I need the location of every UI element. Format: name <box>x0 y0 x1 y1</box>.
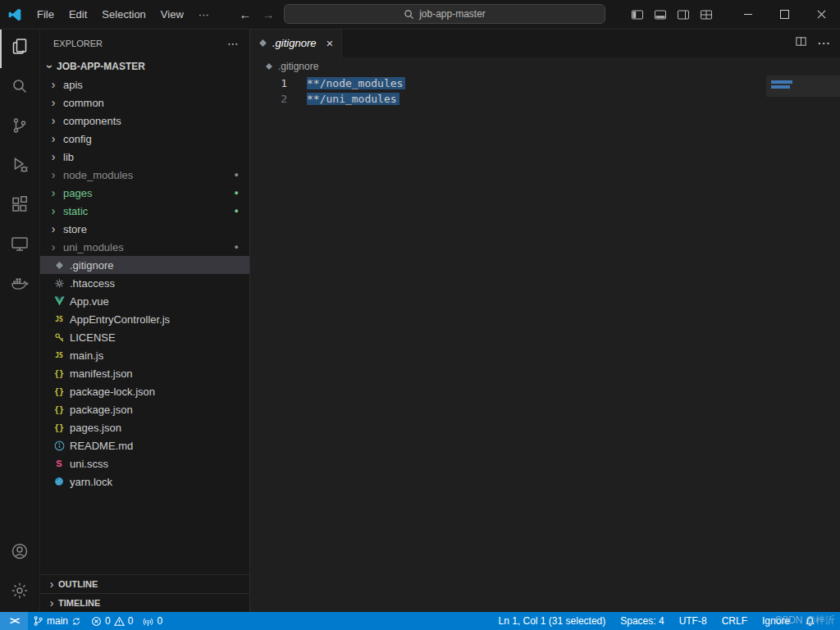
toggle-panel-icon[interactable] <box>649 0 672 29</box>
info-file-icon <box>52 441 66 451</box>
tree-file-yarn.lock[interactable]: yarn.lock <box>40 472 249 491</box>
activity-settings[interactable] <box>0 573 39 612</box>
tree-file-App.vue[interactable]: App.vue <box>40 292 249 310</box>
gitignore-file-icon <box>265 62 273 71</box>
close-button[interactable] <box>803 0 840 29</box>
menu-view[interactable]: View <box>153 0 191 29</box>
toggle-secondary-sidebar-icon[interactable] <box>672 0 695 29</box>
tree-file-uni.scss[interactable]: Suni.scss <box>40 454 249 472</box>
remote-icon: >< <box>10 615 18 627</box>
minimize-button[interactable] <box>729 0 766 29</box>
activity-run-debug[interactable] <box>0 147 39 186</box>
customize-layout-icon[interactable] <box>695 0 718 29</box>
tree-root-folder[interactable]: › JOB-APP-MASTER <box>40 57 249 75</box>
remote-explorer-icon <box>10 234 30 257</box>
json-file-icon: {} <box>52 369 66 378</box>
more-actions-icon[interactable]: ⋯ <box>227 37 240 50</box>
tree-file-AppEntryController.js[interactable]: JSAppEntryController.js <box>40 310 249 328</box>
tree-file-.gitignore[interactable]: .gitignore <box>40 256 249 274</box>
minimap[interactable] <box>766 75 840 207</box>
tree-file-pages.json[interactable]: {}pages.json <box>40 418 249 436</box>
activity-remote-explorer[interactable] <box>0 226 39 265</box>
tab-bar: .gitignore × ⋯ <box>250 29 840 57</box>
branch-status[interactable]: main <box>28 612 86 630</box>
key-file-icon <box>52 332 66 343</box>
git-branch-icon <box>33 615 43 627</box>
ports-status[interactable]: 0 <box>138 612 167 630</box>
activity-source-control[interactable] <box>0 107 39 147</box>
activity-explorer[interactable] <box>0 29 39 68</box>
git-badge-dot: ● <box>235 189 239 197</box>
explorer-sidebar: EXPLORER ⋯ › JOB-APP-MASTER ›apis›common… <box>40 29 250 612</box>
problems-status[interactable]: 0 0 <box>86 612 138 630</box>
menu-file[interactable]: File <box>30 0 62 29</box>
timeline-panel-header[interactable]: › TIMELINE <box>40 593 249 612</box>
gitignore-file-icon <box>258 39 267 48</box>
git-badge-dot: ● <box>235 208 239 215</box>
menu-more[interactable]: ··· <box>191 0 217 29</box>
code-lines: 1**/node_modules2**/uni_modules <box>250 75 840 107</box>
command-center[interactable]: job-app-master <box>284 4 605 24</box>
tree-folder-components[interactable]: ›components <box>40 112 249 130</box>
item-label: yarn.lock <box>70 476 112 488</box>
tree-folder-common[interactable]: ›common <box>40 94 249 112</box>
line-text: **/node_modules <box>307 75 405 91</box>
activity-extensions[interactable] <box>0 186 39 226</box>
menu-edit[interactable]: Edit <box>62 0 94 29</box>
tree-file-.htaccess[interactable]: .htaccess <box>40 274 249 292</box>
tree-folder-lib[interactable]: ›lib <box>40 148 249 166</box>
item-label: common <box>63 97 104 109</box>
item-label: uni_modules <box>63 241 124 253</box>
item-label: static <box>63 205 88 217</box>
tree-folder-node_modules[interactable]: ›node_modules● <box>40 166 249 184</box>
item-label: lib <box>63 151 74 163</box>
tree-file-package.json[interactable]: {}package.json <box>40 400 249 418</box>
tree-folder-store[interactable]: ›store <box>40 220 249 238</box>
menu-selection[interactable]: Selection <box>94 0 153 29</box>
eol-status[interactable]: CRLF <box>717 615 752 627</box>
tree-file-README.md[interactable]: README.md <box>40 436 249 454</box>
item-label: store <box>63 223 87 235</box>
tree-folder-static[interactable]: ›static● <box>40 202 249 220</box>
breadcrumb[interactable]: .gitignore <box>250 57 840 75</box>
close-tab-icon[interactable]: × <box>326 37 333 49</box>
yarn-file-icon <box>52 477 66 486</box>
item-label: AppEntryController.js <box>70 313 170 326</box>
forward-button[interactable]: → <box>258 0 279 29</box>
activity-bar-top <box>0 29 39 304</box>
docker-icon <box>9 273 30 296</box>
code-line-2[interactable]: 2**/uni_modules <box>250 91 840 107</box>
tree-file-main.js[interactable]: JSmain.js <box>40 346 249 364</box>
item-label: .gitignore <box>70 259 113 272</box>
cursor-position[interactable]: Ln 1, Col 1 (31 selected) <box>494 615 611 627</box>
line-number: 2 <box>250 91 287 107</box>
radio-tower-icon <box>143 616 153 627</box>
indentation-status[interactable]: Spaces: 4 <box>615 615 669 627</box>
vue-file-icon <box>52 296 66 306</box>
workbench: EXPLORER ⋯ › JOB-APP-MASTER ›apis›common… <box>0 29 840 612</box>
code-line-1[interactable]: 1**/node_modules <box>250 75 840 91</box>
code-area[interactable]: 1**/node_modules2**/uni_modules <box>250 75 840 612</box>
toggle-primary-sidebar-icon[interactable] <box>626 0 649 29</box>
chevron-right-icon: › <box>47 97 60 108</box>
tree-file-LICENSE[interactable]: LICENSE <box>40 328 249 346</box>
warning-count: 0 <box>128 615 134 627</box>
activity-docker[interactable] <box>0 265 39 304</box>
activity-account[interactable] <box>0 533 39 573</box>
tab-gitignore[interactable]: .gitignore × <box>250 29 342 57</box>
back-button[interactable]: ← <box>235 0 256 29</box>
more-actions-icon[interactable]: ⋯ <box>817 35 830 51</box>
outline-panel-header[interactable]: › OUTLINE <box>40 574 249 593</box>
tree-folder-config[interactable]: ›config <box>40 130 249 148</box>
encoding-status[interactable]: UTF-8 <box>674 615 712 627</box>
tree-file-package-lock.json[interactable]: {}package-lock.json <box>40 382 249 400</box>
vscode-window: FileEditSelectionView··· ← → job-app-mas… <box>0 0 840 630</box>
activity-search[interactable] <box>0 68 39 107</box>
tree-folder-uni_modules[interactable]: ›uni_modules● <box>40 238 249 256</box>
tree-folder-apis[interactable]: ›apis <box>40 75 249 94</box>
tree-file-manifest.json[interactable]: {}manifest.json <box>40 364 249 382</box>
split-editor-icon[interactable] <box>795 35 807 51</box>
maximize-button[interactable] <box>766 0 803 29</box>
remote-indicator[interactable]: >< <box>0 612 28 630</box>
tree-folder-pages[interactable]: ›pages● <box>40 184 249 202</box>
